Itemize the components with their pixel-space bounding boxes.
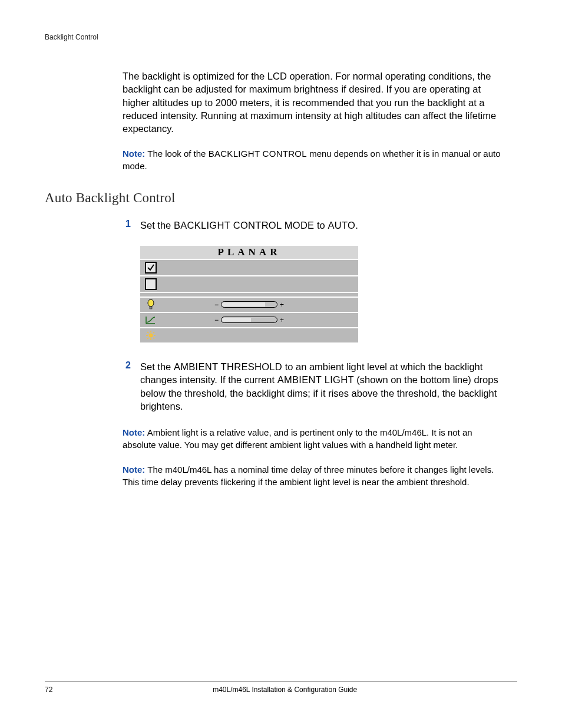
menu-row-spacer (140, 293, 358, 298)
note-text: Ambient light is a relative value, and i… (123, 427, 472, 450)
menu-row-ambient (140, 328, 358, 344)
header-breadcrumb: Backlight Control (45, 33, 517, 41)
note-label: Note: (123, 427, 145, 437)
svg-line-10 (153, 332, 154, 333)
note-text: The m40L/m46L has a nominal time delay o… (123, 465, 494, 487)
slider-threshold (221, 317, 277, 323)
menu-row-manual (140, 276, 358, 293)
slider-minus: − (214, 301, 219, 309)
step-1: 1 Set the BACKLIGHT CONTROL MODE to AUTO… (123, 219, 507, 232)
section-heading: Auto Backlight Control (45, 190, 507, 206)
step-number: 2 (123, 360, 131, 413)
note-label: Note: (123, 465, 145, 475)
page-footer: 72 m40L/m46L Installation & Configuratio… (45, 681, 517, 694)
note-sc: BACKLIGHT CONTROL (209, 149, 307, 159)
curve-icon (140, 315, 161, 325)
svg-line-9 (147, 338, 148, 339)
step-number: 1 (123, 219, 131, 232)
step-2: 2 Set the AMBIENT THRESHOLD to an ambien… (123, 360, 507, 413)
note-text-before: The look of the (145, 149, 208, 159)
slider-intensity (221, 301, 277, 308)
slider-plus: + (280, 301, 284, 309)
step-text: Set the BACKLIGHT CONTROL MODE to AUTO. (140, 219, 358, 232)
planar-logo: PLANAR (218, 246, 281, 258)
svg-point-2 (149, 333, 153, 337)
svg-point-0 (148, 299, 154, 307)
menu-row-slider-intensity: − + (140, 298, 358, 313)
bulb-icon (140, 299, 161, 311)
menu-row-auto (140, 260, 358, 276)
svg-line-7 (147, 332, 148, 333)
intro-paragraph: The backlight is optimized for the LCD o… (123, 70, 507, 135)
svg-rect-1 (150, 307, 152, 309)
checkbox-checked-icon (145, 262, 157, 274)
note-delay: Note: The m40L/m46L has a nominal time d… (123, 464, 507, 488)
page-number: 72 (45, 686, 52, 694)
note-relative: Note: Ambient light is a relative value,… (123, 427, 507, 451)
menu-header-row: PLANAR (140, 246, 358, 260)
note-mode: Note: The look of the BACKLIGHT CONTROL … (123, 148, 507, 172)
footer-title: m40L/m46L Installation & Configuration G… (52, 686, 517, 694)
sun-icon (140, 330, 161, 341)
menu-row-slider-threshold: − + (140, 313, 358, 328)
note-label: Note: (123, 149, 145, 159)
slider-plus: + (280, 316, 284, 324)
svg-line-8 (153, 338, 154, 339)
menu-figure: PLANAR − (140, 246, 358, 344)
step-text: Set the AMBIENT THRESHOLD to an ambient … (140, 360, 507, 413)
slider-minus: − (214, 316, 219, 324)
checkbox-empty-icon (145, 278, 157, 290)
